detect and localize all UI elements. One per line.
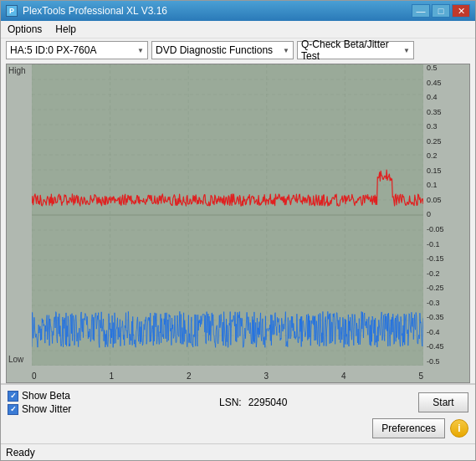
chart-label-low: Low — [8, 355, 23, 364]
minimize-button[interactable]: — — [412, 4, 430, 18]
show-jitter-item: Show Jitter — [8, 403, 71, 415]
preferences-button[interactable]: Preferences — [372, 418, 445, 438]
y-label: -0.05 — [424, 226, 469, 233]
function-value: DVD Diagnostic Functions — [156, 44, 273, 56]
x-axis: 012345 — [32, 371, 423, 381]
y-label: -0.45 — [424, 343, 469, 351]
test-dropdown-arrow: ▼ — [403, 47, 410, 54]
x-label: 4 — [341, 371, 346, 381]
y-label: 0 — [424, 211, 469, 218]
y-label: -0.35 — [424, 314, 469, 321]
menu-bar: Options Help — [1, 21, 475, 38]
y-label: -0.25 — [424, 284, 469, 292]
x-label: 2 — [187, 371, 192, 381]
show-beta-checkbox[interactable] — [8, 391, 18, 402]
chart-svg — [32, 64, 423, 366]
title-bar-left: P PlexTools Professional XL V3.16 — [6, 5, 167, 17]
window-title: PlexTools Professional XL V3.16 — [23, 5, 167, 17]
device-value: HA:5 ID:0 PX-760A — [10, 44, 96, 56]
checkbox-group: Show Beta Show Jitter — [8, 390, 71, 415]
test-value: Q-Check Beta/Jitter Test — [301, 38, 400, 62]
y-label: 0.3 — [424, 123, 469, 131]
title-controls: — □ ✕ — [412, 4, 470, 18]
function-dropdown-arrow: ▼ — [283, 47, 289, 54]
toolbar: HA:5 ID:0 PX-760A ▼ DVD Diagnostic Funct… — [1, 38, 475, 62]
y-axis-right: 0.50.450.40.350.30.250.20.150.10.050-0.0… — [424, 64, 469, 366]
function-dropdown[interactable]: DVD Diagnostic Functions ▼ — [151, 41, 294, 59]
y-label: -0.15 — [424, 255, 469, 263]
show-jitter-checkbox[interactable] — [8, 404, 18, 415]
chart-area: High Low 0.50.450.40.350.30.250.20.150.1… — [1, 62, 475, 383]
lsn-label: LSN: — [219, 397, 242, 408]
y-label: 0.05 — [424, 197, 469, 204]
y-label: -0.4 — [424, 329, 469, 336]
start-button[interactable]: Start — [418, 392, 468, 412]
title-bar: P PlexTools Professional XL V3.16 — □ ✕ — [1, 1, 475, 21]
x-label: 1 — [109, 371, 114, 381]
lsn-value: 2295040 — [248, 397, 288, 408]
test-dropdown[interactable]: Q-Check Beta/Jitter Test ▼ — [297, 41, 414, 59]
y-label: 0.45 — [424, 79, 469, 87]
x-label: 3 — [264, 371, 269, 381]
menu-help[interactable]: Help — [52, 23, 79, 36]
bottom-panel: Show Beta Show Jitter LSN: 2295040 Start… — [1, 383, 475, 443]
y-label: -0.5 — [424, 358, 469, 366]
status-text: Ready — [6, 447, 35, 458]
show-jitter-label: Show Jitter — [22, 403, 71, 415]
x-label: 0 — [32, 371, 37, 381]
app-icon: P — [6, 5, 18, 17]
device-dropdown-arrow: ▼ — [137, 47, 144, 54]
chart-label-high: High — [8, 66, 26, 75]
main-window: P PlexTools Professional XL V3.16 — □ ✕ … — [0, 0, 476, 461]
y-label: 0.5 — [424, 64, 469, 72]
close-button[interactable]: ✕ — [452, 4, 470, 18]
maximize-button[interactable]: □ — [432, 4, 450, 18]
y-label: 0.2 — [424, 152, 469, 160]
y-label: -0.2 — [424, 270, 469, 278]
chart-plot-area — [32, 64, 423, 366]
y-label: 0.1 — [424, 182, 469, 189]
bottom-row2: Preferences i — [8, 418, 468, 438]
y-label: 0.25 — [424, 138, 469, 146]
menu-options[interactable]: Options — [4, 23, 45, 36]
x-label: 5 — [418, 371, 423, 381]
device-dropdown[interactable]: HA:5 ID:0 PX-760A ▼ — [6, 41, 148, 59]
bottom-row1: Show Beta Show Jitter LSN: 2295040 Start — [8, 390, 468, 415]
lsn-area: LSN: 2295040 — [219, 397, 287, 408]
show-beta-item: Show Beta — [8, 390, 71, 402]
y-label: 0.15 — [424, 167, 469, 175]
y-label: -0.1 — [424, 241, 469, 248]
status-bar: Ready — [1, 443, 475, 460]
y-label: 0.4 — [424, 94, 469, 101]
chart-container: High Low 0.50.450.40.350.30.250.20.150.1… — [6, 64, 470, 383]
show-beta-label: Show Beta — [22, 390, 70, 402]
info-button[interactable]: i — [450, 419, 468, 438]
y-label: 0.35 — [424, 109, 469, 116]
y-label: -0.3 — [424, 300, 469, 307]
